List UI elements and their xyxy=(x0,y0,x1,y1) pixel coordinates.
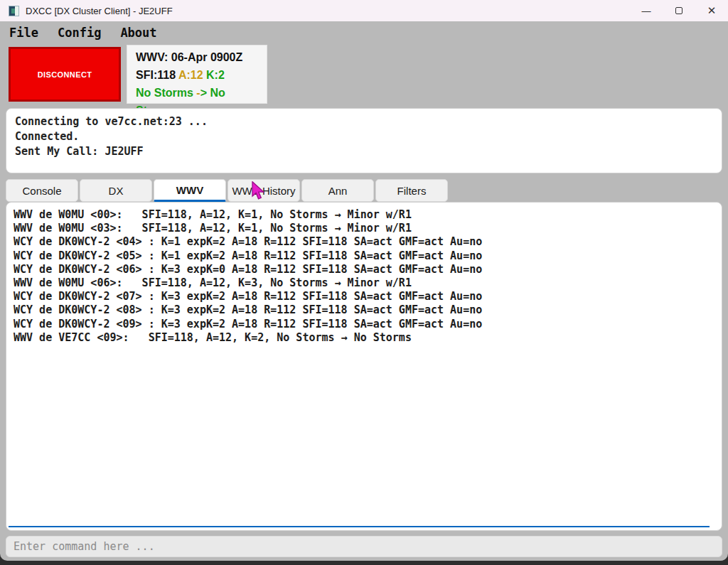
minimize-icon: — xyxy=(642,6,651,16)
wwv-line: WWV de W0MU <06>: SFI=118, A=12, K=3, No… xyxy=(14,276,714,290)
connection-log[interactable]: Connecting to ve7cc.net:23 ... Connected… xyxy=(6,108,722,173)
tab-wwv-history[interactable]: WWV History xyxy=(228,179,300,202)
minimize-button[interactable]: — xyxy=(630,0,663,21)
window-controls: — ✕ xyxy=(630,0,728,21)
tab-wwv[interactable]: WWV xyxy=(154,179,226,202)
wwv-status-time: WWV: 06-Apr 0900Z xyxy=(136,48,267,66)
log-line: Connecting to ve7cc.net:23 ... xyxy=(15,114,713,129)
wwv-line: WCY de DK0WCY-2 <08> : K=3 expK=2 A=18 R… xyxy=(14,303,714,317)
tab-ann[interactable]: Ann xyxy=(301,179,374,202)
wwv-line: WCY de DK0WCY-2 <07> : K=3 expK=2 A=18 R… xyxy=(14,290,714,303)
tab-console[interactable]: Console xyxy=(6,179,78,202)
log-line: Connected. xyxy=(15,129,713,144)
app-icon xyxy=(9,6,19,16)
menu-file[interactable]: File xyxy=(9,26,38,40)
log-line: Sent My Call: JE2UFF xyxy=(15,144,713,159)
a-index-value: A:12 xyxy=(178,69,203,81)
tab-bar: Console DX WWV WWV History Ann Filters xyxy=(6,179,448,202)
wwv-line: WWV de VE7CC <09>: SFI=118, A=12, K=2, N… xyxy=(14,331,714,345)
window-title: DXCC [DX Cluster Client] - JE2UFF xyxy=(26,6,173,16)
disconnect-button[interactable]: DISCONNECT xyxy=(9,47,121,102)
close-icon: ✕ xyxy=(707,4,717,17)
panel-focus-underline xyxy=(9,526,710,527)
menu-bar: File Config About xyxy=(0,21,728,44)
app-window: DXCC [DX Cluster Client] - JE2UFF — ✕ Fi… xyxy=(0,0,728,561)
tab-filters[interactable]: Filters xyxy=(375,179,448,202)
wwv-line: WWV de W0MU <03>: SFI=118, A=12, K=1, No… xyxy=(14,222,714,235)
command-input[interactable] xyxy=(6,536,722,557)
k-index-value: K:2 xyxy=(206,69,225,81)
wwv-line: WCY de DK0WCY-2 <09> : K=3 expK=2 A=18 R… xyxy=(14,318,714,331)
wwv-line: WCY de DK0WCY-2 <04> : K=1 expK=2 A=18 R… xyxy=(14,235,714,249)
menu-about[interactable]: About xyxy=(120,26,156,40)
title-bar: DXCC [DX Cluster Client] - JE2UFF — ✕ xyxy=(0,0,728,21)
close-button[interactable]: ✕ xyxy=(695,0,728,21)
tab-dx[interactable]: DX xyxy=(80,179,152,202)
wwv-output-panel[interactable]: WWV de W0MU <00>: SFI=118, A=12, K=1, No… xyxy=(6,202,722,531)
maximize-button[interactable] xyxy=(663,0,695,21)
wwv-line: WCY de DK0WCY-2 <06> : K=3 expK=0 A=18 R… xyxy=(14,263,714,276)
sfi-value: SFI:118 xyxy=(136,69,176,81)
wwv-status-panel: WWV: 06-Apr 0900Z SFI:118 A:12 K:2 No St… xyxy=(127,45,267,104)
maximize-icon xyxy=(675,7,682,14)
wwv-line: WWV de W0MU <00>: SFI=118, A=12, K=1, No… xyxy=(14,208,714,222)
menu-config[interactable]: Config xyxy=(58,26,101,40)
storm-arrow-head: > xyxy=(200,87,207,99)
wwv-line: WCY de DK0WCY-2 <05> : K=1 expK=2 A=18 R… xyxy=(14,249,714,263)
wwv-status-indices: SFI:118 A:12 K:2 xyxy=(136,66,267,84)
